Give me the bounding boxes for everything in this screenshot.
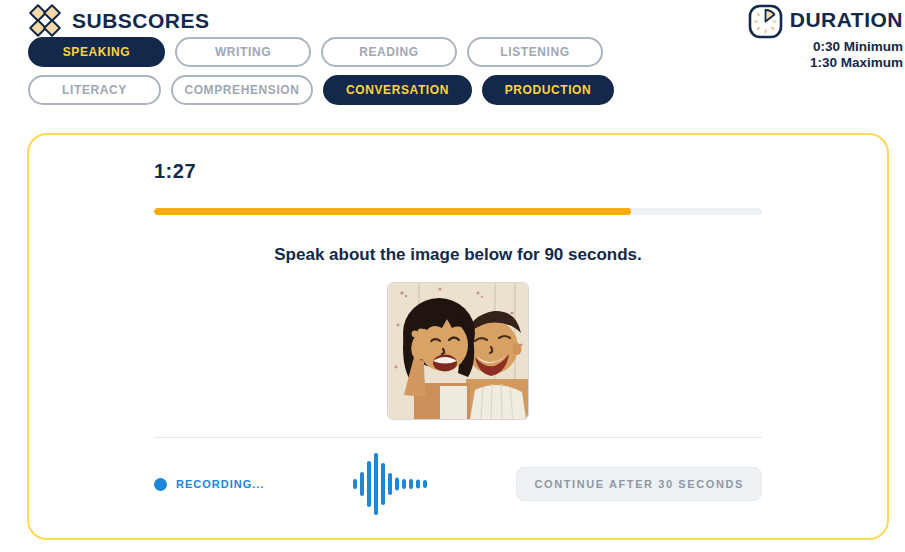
subscore-pill-literacy[interactable]: LITERACY — [28, 75, 161, 105]
recording-indicator: RECORDING... — [154, 478, 264, 491]
screen: SUBSCORES DURATION 0:30 Minimum 1:30 Max… — [0, 0, 905, 552]
waveform-icon — [353, 452, 427, 516]
progress-fill — [154, 208, 631, 215]
subscores-title: SUBSCORES — [72, 9, 210, 33]
subscore-pill-comprehension[interactable]: COMPREHENSION — [171, 75, 313, 105]
subscore-pill-speaking[interactable]: SPEAKING — [28, 37, 165, 67]
subscore-pill-listening[interactable]: LISTENING — [467, 37, 603, 67]
subscore-pill-writing[interactable]: WRITING — [175, 37, 311, 67]
recording-label: RECORDING... — [176, 478, 264, 490]
recording-dot-icon — [154, 478, 167, 491]
duration-block: DURATION 0:30 Minimum 1:30 Maximum — [748, 3, 903, 71]
subscore-pill-reading[interactable]: READING — [321, 37, 457, 67]
subscore-pill-production[interactable]: PRODUCTION — [482, 75, 614, 105]
divider — [154, 437, 762, 438]
timer-clock-icon — [748, 3, 783, 39]
duration-minimum: 0:30 Minimum — [748, 39, 903, 55]
duration-title: DURATION — [790, 8, 903, 32]
task-instruction: Speak about the image below for 90 secon… — [154, 245, 762, 265]
progress-bar — [154, 208, 762, 215]
duration-maximum: 1:30 Maximum — [748, 55, 903, 71]
diamond-tiles-icon — [27, 4, 64, 38]
task-card: 1:27 Speak about the image below for 90 … — [27, 133, 889, 540]
subscores-header: SUBSCORES — [27, 4, 210, 38]
subscore-pill-conversation[interactable]: CONVERSATION — [323, 75, 472, 105]
countdown-timer: 1:27 — [154, 160, 762, 183]
subscores-nav: SPEAKING WRITING READING LISTENING LITER… — [28, 37, 614, 105]
task-photo — [388, 283, 528, 419]
continue-button[interactable]: CONTINUE AFTER 30 SECONDS — [516, 467, 762, 501]
